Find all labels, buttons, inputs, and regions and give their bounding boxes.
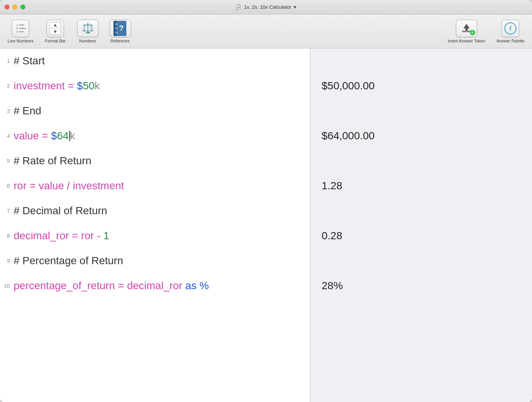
- svg-rect-1: [237, 7, 240, 7]
- table-row: 5 # Rate of Return: [0, 148, 310, 173]
- table-row: 4 value = $64k: [0, 123, 310, 148]
- result-row-1: [310, 48, 532, 73]
- result-row-2: $50,000.00: [310, 73, 532, 98]
- var-value: value: [14, 128, 39, 143]
- num-64: 64: [57, 128, 68, 143]
- table-row: 2 investment = $50k: [0, 73, 310, 98]
- line-numbers-icon-box: 1 2 3: [12, 20, 29, 37]
- toolbar-item-insert-answer[interactable]: + Insert Answer Token: [448, 20, 485, 43]
- titlebar: 1x, 2x, 10x Calculator ▾: [0, 0, 532, 14]
- op-eq-2: =: [65, 78, 77, 93]
- document-icon: [236, 4, 242, 10]
- code-line-3[interactable]: # End: [14, 98, 310, 123]
- result-value-10: 28%: [322, 280, 343, 292]
- result-row-7: [310, 198, 532, 223]
- dollar-4: $: [51, 128, 57, 143]
- line-number-6: 6: [0, 173, 14, 198]
- toolbar: 1 2 3 Line Numbers: [0, 14, 532, 48]
- code-line-4[interactable]: value = $64k: [14, 123, 310, 148]
- op-eq-4: =: [39, 128, 51, 143]
- op-eq-6: =: [26, 178, 39, 193]
- table-row: 6 ror = value / investment: [0, 173, 310, 198]
- title-chevron: ▾: [294, 4, 296, 10]
- result-row-5: [310, 148, 532, 173]
- result-value-8: 0.28: [322, 230, 342, 242]
- code-line-6[interactable]: ror = value / investment: [14, 173, 310, 198]
- result-row-10: 28%: [310, 273, 532, 298]
- svg-rect-2: [237, 8, 240, 8]
- insert-answer-icon-box: +: [456, 20, 477, 37]
- main-content: 1 # Start 2 investment = $50k: [0, 48, 532, 402]
- result-value-6: 1.28: [322, 180, 342, 192]
- insert-answer-label: Insert Answer Token: [448, 39, 485, 43]
- svg-rect-3: [237, 8, 239, 9]
- editor-pane[interactable]: 1 # Start 2 investment = $50k: [0, 48, 310, 402]
- toolbar-item-format-bar[interactable]: ▲ ▼ Format Bar: [45, 20, 65, 43]
- scale-icon: ⚖️: [82, 22, 94, 34]
- toolbar-item-line-numbers[interactable]: 1 2 3 Line Numbers: [8, 20, 33, 43]
- comment-decimal: # Decimal of Return: [14, 203, 107, 218]
- code-line-5[interactable]: # Rate of Return: [14, 148, 310, 173]
- format-bar-icon-box: ▲ ▼: [47, 20, 64, 37]
- info-icon: i: [504, 22, 516, 34]
- app-window: 1x, 2x, 10x Calculator ▾ 1 2 3: [0, 0, 532, 402]
- comment-ror: # Rate of Return: [14, 153, 91, 168]
- code-line-1[interactable]: # Start: [14, 48, 310, 73]
- answer-palette-label: Answer Palette: [496, 39, 524, 43]
- table-row: 9 # Percentage of Return: [0, 248, 310, 273]
- line-number-7: 7: [0, 198, 14, 223]
- line-number-9: 9: [0, 248, 14, 273]
- line-numbers-icon: 1 2 3: [14, 22, 27, 34]
- plus-icon: +: [470, 30, 475, 35]
- line-numbers-label: Line Numbers: [8, 39, 33, 43]
- var-decimal-ror-10: decimal_ror: [127, 278, 182, 293]
- svg-rect-4: [462, 31, 471, 32]
- maximize-button[interactable]: [20, 5, 25, 9]
- toolbar-item-answer-palette[interactable]: i Answer Palette: [496, 20, 524, 43]
- code-line-7[interactable]: # Decimal of Return: [14, 198, 310, 223]
- num-50: 50: [83, 78, 95, 93]
- toolbar-item-reference[interactable]: ? Reference: [110, 20, 131, 43]
- op-minus: -: [94, 228, 103, 243]
- num-1: 1: [103, 228, 109, 243]
- table-row: 1 # Start: [0, 48, 310, 73]
- result-row-8: 0.28: [310, 223, 532, 248]
- reference-label: Reference: [110, 39, 130, 43]
- table-row: 8 decimal_ror = ror - 1: [0, 223, 310, 248]
- result-value-2: $50,000.00: [322, 80, 375, 92]
- var-pct-return: percentage_of_return: [14, 278, 115, 293]
- result-row-4: $64,000.00: [310, 123, 532, 148]
- keyword-as: as: [182, 278, 199, 293]
- op-eq-10: =: [115, 278, 127, 293]
- line-number-4: 4: [0, 123, 14, 148]
- var-decimal-ror: decimal_ror: [14, 228, 69, 243]
- var-ror-8: ror: [81, 228, 94, 243]
- title-label: 1x, 2x, 10x Calculator: [244, 4, 291, 10]
- var-investment: investment: [14, 78, 65, 93]
- percent-sign: %: [199, 278, 209, 293]
- table-row: 10 percentage_of_return = decimal_ror as…: [0, 273, 310, 298]
- var-ror: ror: [14, 178, 26, 193]
- code-line-8[interactable]: decimal_ror = ror - 1: [14, 223, 310, 248]
- comment-end: # End: [14, 103, 41, 118]
- minimize-button[interactable]: [12, 5, 17, 9]
- results-pane: $50,000.00 $64,000.00 1.28 0.28: [310, 48, 532, 402]
- code-line-9[interactable]: # Percentage of Return: [14, 248, 310, 273]
- numbers-icon-box: ⚖️: [77, 20, 98, 37]
- result-row-3: [310, 98, 532, 123]
- op-div: /: [64, 178, 73, 193]
- reference-icon: ?: [114, 21, 127, 36]
- code-line-2[interactable]: investment = $50k: [14, 73, 310, 98]
- table-row: 7 # Decimal of Return: [0, 198, 310, 223]
- op-eq-8: =: [69, 228, 81, 243]
- window-title: 1x, 2x, 10x Calculator ▾: [236, 4, 296, 10]
- table-row: 3 # End: [0, 98, 310, 123]
- var-investment-6: investment: [73, 178, 124, 193]
- toolbar-item-numbers[interactable]: ⚖️ Numbers: [77, 20, 98, 43]
- var-value-6: value: [39, 178, 64, 193]
- code-line-10[interactable]: percentage_of_return = decimal_ror as %: [14, 273, 310, 298]
- line-number-2: 2: [0, 73, 14, 98]
- close-button[interactable]: [5, 5, 9, 9]
- reference-icon-box: ?: [110, 20, 131, 37]
- result-row-9: [310, 248, 532, 273]
